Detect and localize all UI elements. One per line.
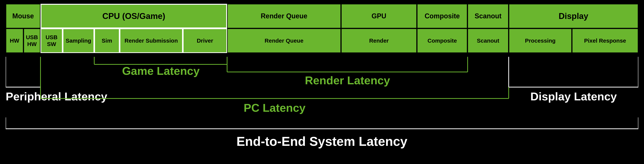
svg-text:PC Latency: PC Latency: [244, 102, 306, 114]
svg-text:Render Latency: Render Latency: [305, 74, 390, 87]
sub-block-scanout: Scanout: [468, 28, 508, 53]
svg-text:Peripheral Latency: Peripheral Latency: [6, 90, 108, 103]
sub-block-driver: Driver: [183, 28, 227, 53]
sub-row: HW USB HW USB SW Sampling Sim Render Sub…: [6, 28, 638, 53]
top-block-mouse: Mouse: [6, 4, 40, 28]
sub-block-render-submission: Render Submission: [120, 28, 183, 53]
sub-block-render: Render: [341, 28, 417, 53]
top-block-cpu: CPU (OS/Game): [40, 4, 227, 28]
top-block-scanout: Scanout: [468, 4, 508, 28]
sub-block-pixel-response: Pixel Response: [572, 28, 638, 53]
svg-text:End-to-End System Latency: End-to-End System Latency: [236, 134, 407, 148]
svg-text:Display Latency: Display Latency: [530, 90, 617, 103]
sub-block-hw: HW: [6, 28, 24, 53]
sub-block-usb-hw: USB HW: [24, 28, 40, 53]
diagram-container: Mouse CPU (OS/Game) Render Queue GPU Com…: [6, 4, 638, 160]
sub-block-processing: Processing: [509, 28, 572, 53]
sub-block-usb-sw: USB SW: [40, 28, 63, 53]
top-block-gpu: GPU: [341, 4, 417, 28]
sub-block-render-queue: Render Queue: [227, 28, 341, 53]
top-block-display: Display: [509, 4, 638, 28]
top-row: Mouse CPU (OS/Game) Render Queue GPU Com…: [6, 4, 638, 28]
top-block-composite: Composite: [417, 4, 468, 28]
sub-block-sim: Sim: [94, 28, 120, 53]
brackets-svg: Game Latency Render Latency Peripheral L…: [6, 53, 638, 159]
sub-block-composite: Composite: [417, 28, 468, 53]
top-block-render-queue: Render Queue: [227, 4, 341, 28]
svg-text:Game Latency: Game Latency: [122, 64, 200, 77]
sub-block-sampling: Sampling: [63, 28, 94, 53]
